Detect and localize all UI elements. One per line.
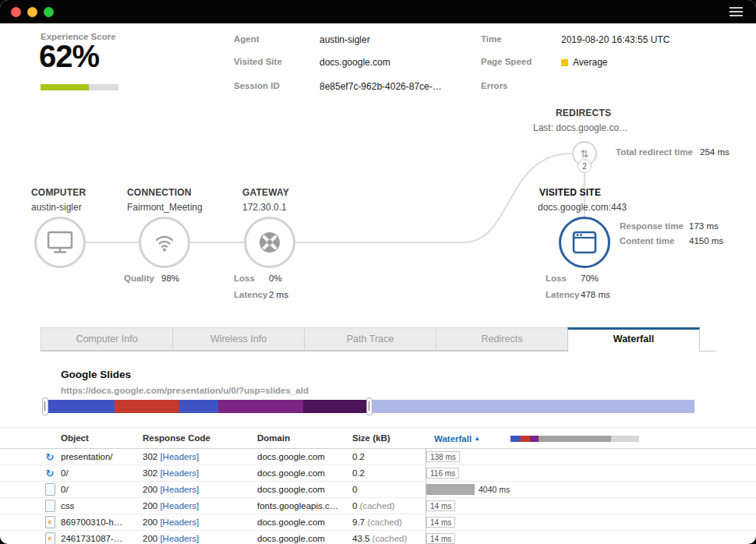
quality-value: 98% xyxy=(161,274,179,283)
waterfall-cell: 14 ms xyxy=(426,514,455,530)
script-file-icon: c xyxy=(44,517,55,528)
request-time: 14 ms xyxy=(426,533,455,544)
column-object[interactable]: Object xyxy=(61,428,89,449)
request-time: 116 ms xyxy=(426,468,459,479)
table-row[interactable]: c 869700310-h… 200 [Headers] docs.google… xyxy=(0,514,756,531)
tab-bar: Computer Info Wireless Info Path Trace R… xyxy=(41,327,715,351)
sort-asc-icon: ▲ xyxy=(474,435,480,442)
gateway-node-title: GATEWAY xyxy=(242,187,289,198)
gateway-node-subtitle: 172.30.0.1 xyxy=(242,202,287,213)
connection-node-subtitle: Fairmont_Meeting xyxy=(127,202,203,213)
content-time-value: 4150 ms xyxy=(689,236,723,246)
tab-wireless-info[interactable]: Wireless Info xyxy=(172,327,305,351)
monitor-icon xyxy=(46,230,74,255)
column-domain[interactable]: Domain xyxy=(257,428,290,449)
tab-path-trace[interactable]: Path Trace xyxy=(304,327,436,351)
page-url: https://docs.google.com/presentation/u/0… xyxy=(61,386,309,395)
session-id-value: 8e85ef7c-962b-4026-87ce-… xyxy=(320,81,442,92)
object-cell: 2461731087-… xyxy=(61,531,122,544)
visited-latency-value: 478 ms xyxy=(581,290,610,299)
object-cell: 869700310-h… xyxy=(61,514,122,530)
table-row[interactable]: ↻ presentation/ 302 [Headers] docs.googl… xyxy=(0,449,756,465)
agent-label: Agent xyxy=(234,34,260,44)
waterfall-cell: 4040 ms xyxy=(426,482,510,497)
experience-score-value: 62% xyxy=(39,39,99,74)
page-speed-text: Average xyxy=(573,57,607,68)
visited-site-node-subtitle: docs.google.com:443 xyxy=(538,202,627,213)
headers-link[interactable]: [Headers] xyxy=(160,452,199,461)
menu-icon[interactable] xyxy=(727,5,745,19)
object-cell: 0/ xyxy=(61,482,69,497)
headers-link[interactable]: [Headers] xyxy=(160,485,199,494)
browser-icon xyxy=(571,229,599,256)
status-code: 302 xyxy=(143,468,157,478)
computer-node[interactable] xyxy=(34,217,86,268)
size-cell: 9.7 (cached) xyxy=(352,514,402,530)
tab-computer-info[interactable]: Computer Info xyxy=(41,327,173,351)
size-value: 43.5 xyxy=(352,534,369,543)
table-row[interactable]: 0/ 200 [Headers] docs.google.com 0 4040 … xyxy=(0,482,756,498)
request-time: 14 ms xyxy=(426,500,455,511)
overview-left-handle[interactable] xyxy=(42,397,48,415)
connection-node-title: CONNECTION xyxy=(127,187,192,198)
gateway-node[interactable] xyxy=(244,217,295,268)
tab-waterfall[interactable]: Waterfall xyxy=(567,327,700,352)
visited-site-value: docs.google.com xyxy=(320,57,390,68)
column-size[interactable]: Size (kB) xyxy=(352,428,390,449)
headers-link[interactable]: [Headers] xyxy=(160,468,199,478)
size-cell: 43.5 (cached) xyxy=(352,531,407,544)
response-code-cell: 302 [Headers] xyxy=(143,449,199,465)
page-title: Google Slides xyxy=(61,369,131,380)
window-close-button[interactable] xyxy=(11,7,21,17)
table-row[interactable]: c 2461731087-… 200 [Headers] docs.google… xyxy=(0,531,756,544)
waterfall-legend-bar xyxy=(510,436,639,442)
headers-link[interactable]: [Headers] xyxy=(160,534,199,543)
total-redirect-time-label: Total redirect time xyxy=(616,147,693,157)
time-value: 2019-08-20 16:43:55 UTC xyxy=(561,34,669,45)
visited-latency-label: Latency xyxy=(546,290,579,299)
computer-node-title: COMPUTER xyxy=(31,187,86,198)
connection-node[interactable] xyxy=(139,217,190,268)
page-speed-label: Page Speed xyxy=(481,57,532,66)
file-letter: c xyxy=(48,519,51,525)
window-minimize-button[interactable] xyxy=(27,7,37,17)
table-row[interactable]: ↻ 0/ 302 [Headers] docs.google.com 0.2 1… xyxy=(0,465,756,482)
request-time: 14 ms xyxy=(426,517,455,528)
app-window: Experience Score 62% Agent austin-sigler… xyxy=(0,0,756,544)
size-cell: 0.2 xyxy=(352,449,365,465)
document-file-icon xyxy=(44,484,55,495)
redirect-arrows-icon: ⇅ xyxy=(581,148,589,160)
errors-label: Errors xyxy=(481,81,508,90)
request-time: 138 ms xyxy=(426,451,460,462)
headers-link[interactable]: [Headers] xyxy=(160,501,199,510)
visited-site-node-title: VISITED SITE xyxy=(539,187,601,198)
object-cell: 0/ xyxy=(61,465,69,481)
gateway-latency-label: Latency xyxy=(234,290,267,299)
domain-cell: docs.google.com xyxy=(257,531,325,544)
status-code: 200 xyxy=(143,485,157,494)
status-code: 302 xyxy=(143,452,157,461)
redirects-last: Last: docs.google.co… xyxy=(533,122,628,133)
response-time-value: 173 ms xyxy=(689,221,719,231)
visited-site-node[interactable] xyxy=(559,217,610,268)
size-cell: 0 xyxy=(352,482,357,497)
waterfall-table: ↻ presentation/ 302 [Headers] docs.googl… xyxy=(0,449,756,544)
column-response-code[interactable]: Response Code xyxy=(143,428,210,449)
domain-cell: docs.google.com xyxy=(257,449,325,465)
waterfall-overview-slider[interactable] xyxy=(44,400,694,413)
tab-redirects[interactable]: Redirects xyxy=(436,327,568,351)
table-row[interactable]: css 200 [Headers] fonts.googleapis.c… 0 … xyxy=(0,498,756,514)
computer-node-subtitle: austin-sigler xyxy=(31,202,82,213)
headers-link[interactable]: [Headers] xyxy=(160,518,199,527)
cached-label: (cached) xyxy=(373,534,408,543)
file-letter: c xyxy=(48,535,51,542)
waterfall-cell: 138 ms xyxy=(426,449,460,465)
page-speed-indicator-icon xyxy=(561,59,568,66)
summary-header: Experience Score 62% Agent austin-sigler… xyxy=(0,23,756,101)
window-zoom-button[interactable] xyxy=(44,7,54,17)
overview-right-handle[interactable] xyxy=(366,397,373,415)
network-path-diagram: REDIRECTS Last: docs.google.co… ⇅ 2 Tota… xyxy=(0,101,756,327)
column-waterfall[interactable]: Waterfall ▲ xyxy=(434,428,480,450)
agent-value: austin-sigler xyxy=(320,34,370,45)
wifi-icon xyxy=(150,230,178,255)
